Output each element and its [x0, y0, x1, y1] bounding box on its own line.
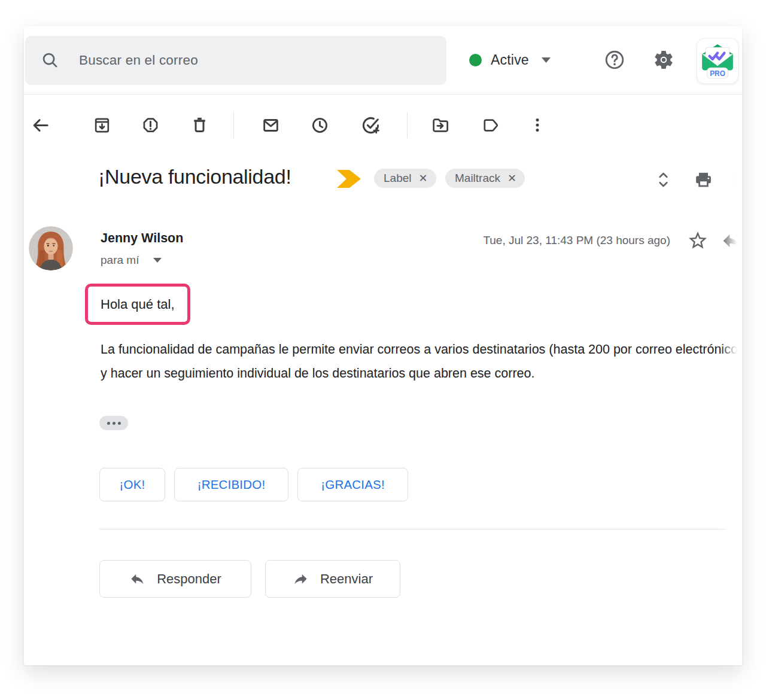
snooze-button[interactable] — [305, 111, 334, 139]
clock-icon — [311, 116, 329, 135]
mailtrack-envelope-icon: PRO — [701, 43, 734, 79]
archive-icon — [93, 116, 111, 135]
expand-chevrons-icon — [657, 171, 670, 189]
importance-marker-icon[interactable] — [337, 170, 361, 188]
mailtrack-pro-logo[interactable]: PRO — [697, 38, 738, 84]
printer-icon — [694, 170, 713, 190]
mailtrack-status-dropdown[interactable]: Active — [469, 26, 551, 93]
recipient-details-dropdown[interactable]: para mí — [101, 254, 162, 267]
responder-label: Responder — [157, 571, 221, 587]
move-to-button[interactable] — [425, 111, 454, 139]
delete-button[interactable] — [185, 111, 214, 139]
toolbar-separator — [233, 112, 234, 138]
expand-all-button[interactable] — [650, 166, 676, 193]
chevron-down-icon — [153, 258, 162, 263]
print-button[interactable] — [690, 166, 716, 193]
settings-button[interactable] — [649, 45, 678, 74]
reenviar-button[interactable]: Reenviar — [265, 560, 400, 598]
dot-icon — [118, 422, 121, 425]
star-button[interactable] — [685, 227, 711, 254]
trash-icon — [190, 116, 209, 135]
smart-reply-row: ¡OK! ¡RECIBIDO! ¡GRACIAS! — [99, 468, 408, 501]
label-chip-text: Label — [384, 172, 412, 185]
responder-button[interactable]: Responder — [99, 560, 251, 598]
report-spam-button[interactable] — [136, 111, 165, 139]
toolbar-separator — [407, 112, 408, 138]
email-timestamp: Tue, Jul 23, 11:43 PM (23 hours ago) — [483, 234, 670, 247]
archive-button[interactable] — [87, 111, 116, 139]
open-in-new-button[interactable] — [730, 166, 742, 193]
show-trimmed-content-button[interactable] — [99, 416, 128, 430]
recipient-label: para mí — [101, 254, 139, 267]
dot-icon — [107, 422, 110, 425]
gear-icon — [653, 49, 674, 71]
label-button[interactable] — [476, 111, 504, 139]
sender-avatar — [29, 226, 73, 270]
mailtrack-chip-text: Mailtrack — [455, 172, 500, 185]
gmail-window: Buscar en el correo Active PRO — [24, 26, 742, 665]
more-options-button[interactable] — [523, 111, 552, 139]
status-label: Active — [491, 52, 529, 68]
greeting-annotation-highlight: Hola qué tal, — [85, 284, 190, 325]
folder-move-icon — [431, 116, 449, 135]
smart-reply-ok-button[interactable]: ¡OK! — [99, 468, 165, 501]
email-body-text: La funcionalidad de campañas le permite … — [101, 337, 742, 385]
label-chip[interactable]: Label ✕ — [374, 169, 436, 188]
arrow-left-icon — [31, 115, 50, 135]
mark-unread-button[interactable] — [256, 111, 285, 139]
chevron-down-icon — [542, 57, 551, 63]
smart-reply-gracias-button[interactable]: ¡GRACIAS! — [297, 468, 408, 501]
forward-arrow-icon — [293, 571, 309, 587]
star-icon — [687, 230, 709, 251]
sender-name: Jenny Wilson — [101, 231, 183, 246]
reply-arrow-icon — [721, 230, 743, 252]
header-divider — [24, 94, 742, 95]
task-check-icon — [361, 115, 381, 135]
email-subject: ¡Nueva funcionalidad! — [98, 165, 291, 188]
avatar-image — [29, 226, 73, 270]
pro-badge: PRO — [710, 69, 725, 78]
label-chip-close-icon[interactable]: ✕ — [419, 173, 428, 184]
help-button[interactable] — [600, 45, 629, 74]
smart-reply-recibido-button[interactable]: ¡RECIBIDO! — [174, 468, 288, 501]
search-input[interactable]: Buscar en el correo — [25, 36, 446, 85]
dot-icon — [113, 422, 115, 425]
label-tag-icon — [481, 116, 500, 135]
action-button-row: Responder Reenviar — [99, 560, 400, 598]
envelope-icon — [262, 116, 280, 135]
kebab-menu-icon — [528, 116, 546, 134]
reenviar-label: Reenviar — [320, 571, 373, 587]
search-placeholder: Buscar en el correo — [79, 53, 198, 68]
status-dot-icon — [469, 54, 482, 66]
reply-arrow-icon — [129, 571, 145, 587]
reply-button-icon[interactable] — [718, 227, 742, 254]
back-button[interactable] — [26, 111, 54, 139]
footer-divider — [99, 529, 725, 529]
open-in-new-icon — [734, 170, 743, 190]
spam-icon — [141, 116, 160, 135]
search-icon — [41, 51, 60, 70]
greeting-text: Hola qué tal, — [101, 297, 175, 312]
mailtrack-chip-close-icon[interactable]: ✕ — [507, 173, 516, 184]
help-icon — [604, 49, 625, 71]
mailtrack-chip[interactable]: Mailtrack ✕ — [445, 169, 525, 188]
add-to-tasks-button[interactable] — [356, 111, 385, 139]
